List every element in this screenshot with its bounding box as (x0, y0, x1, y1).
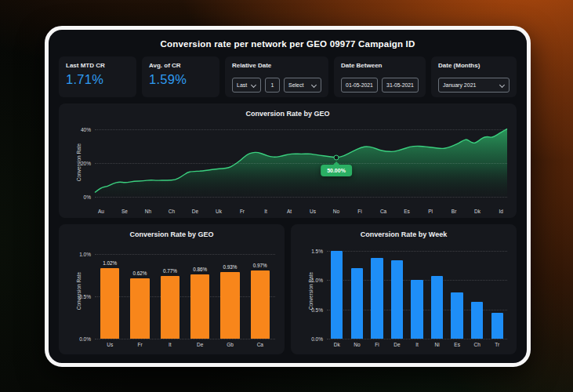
page-title: Conversion rate per network per GEO 0997… (160, 39, 415, 49)
bottom-charts-row: Conversion Rate by GEO Conversion Rate 0… (59, 224, 517, 354)
bar-chart-geo: Conversion Rate 0.0%0.5%1.0% 1.02%0.62%0… (68, 242, 275, 339)
x-axis-label: Se (121, 209, 128, 214)
x-axis-label: Fr (125, 339, 154, 350)
kpi-card-avg-cr: Avg. of CR 1.59% (142, 56, 219, 97)
bar[interactable] (491, 313, 503, 339)
bar-plot: 1.02%0.62%0.77%0.86%0.93%0.97% (95, 242, 275, 339)
bar-slots: 1.02%0.62%0.77%0.86%0.93%0.97% (95, 242, 275, 339)
date-start-input[interactable]: 01-05-2021 (341, 78, 378, 93)
bar-slot: 0.62% (125, 242, 154, 339)
x-axis-label: Gb (215, 339, 245, 350)
bar-slot: 1.02% (95, 242, 125, 339)
x-axis-label: Tr (488, 339, 508, 350)
title-bar: Conversion rate per network per GEO 0997… (59, 31, 517, 56)
x-axis-label: De (185, 339, 215, 350)
bar-slot (367, 242, 387, 339)
y-axis-tick: 40% (81, 127, 91, 132)
x-axis-label: Pl (428, 209, 433, 214)
bar-slot (467, 242, 488, 339)
area-chart: Conversion Rate 0%20%40% (68, 122, 507, 202)
bar[interactable] (411, 280, 422, 339)
x-axis-label: Nh (145, 209, 151, 214)
x-axis-label: Id (499, 209, 502, 214)
data-point-marker[interactable] (334, 154, 339, 160)
kpi-value: 1.59% (149, 72, 212, 87)
x-axis-labels: DkNoFiDeItNiEsChTr (300, 339, 507, 350)
bar-value-label: 0.77% (163, 268, 177, 274)
relative-date-number-input[interactable]: 1 (265, 78, 280, 93)
x-axis-label: No (333, 209, 339, 214)
bar-slot: 0.97% (245, 242, 275, 339)
x-axis-label: Ca (245, 339, 275, 350)
date-end-input[interactable]: 31-05-2021 (382, 78, 419, 93)
months-dropdown[interactable]: January 2021 (438, 78, 510, 93)
bar-chart-week: Conversion Rate 0.0%0.5%1.0%1.5% (300, 242, 507, 339)
bar-slot (488, 242, 508, 339)
x-axis-label: Dk (327, 339, 347, 350)
gridline (95, 197, 507, 198)
y-axis-title: Conversion Rate (76, 271, 82, 309)
bar[interactable] (391, 260, 403, 339)
y-axis-tick: 0.0% (79, 336, 91, 342)
bar[interactable] (130, 278, 150, 339)
y-axis: Conversion Rate 0.0%0.5%1.0% (68, 242, 95, 339)
bar[interactable] (161, 276, 180, 339)
y-axis-tick: 0.5% (79, 294, 91, 299)
x-axis-labels: UsFrItDeGbCa (68, 339, 275, 350)
x-axis-label: Fi (357, 209, 361, 214)
bar[interactable] (190, 274, 210, 339)
bar-value-label: 0.93% (223, 264, 238, 270)
x-axis-label: Us (310, 209, 316, 214)
x-axis-label: It (264, 209, 267, 214)
bar-slot (347, 242, 368, 339)
x-axis-labels: AuSeNhChDeUkFrItAtUsNoFiCaEsPlBrDkId (68, 202, 507, 214)
bar-slot: 0.86% (185, 242, 215, 339)
x-axis-label: Fr (240, 209, 245, 214)
gridline (95, 163, 507, 164)
filter-relative-date: Relative Date Last 1 Select (225, 56, 328, 97)
bar-slots (327, 242, 507, 339)
bar-value-label: 0.97% (253, 263, 267, 268)
relative-date-select-dropdown[interactable]: Select (284, 78, 321, 93)
x-axis-label: Ch (169, 209, 175, 214)
x-axis-label: Ni (427, 339, 448, 350)
x-axis-label: Dk (474, 209, 481, 214)
bar[interactable] (251, 270, 270, 339)
kpi-label: Avg. of CR (149, 62, 212, 69)
x-axis-label: Ch (467, 339, 488, 350)
date-between-controls: 01-05-2021 31-05-2021 (341, 78, 419, 93)
chart-tooltip: 50.00% (321, 165, 352, 176)
kpi-filter-row: Last MTD CR 1.71% Avg. of CR 1.59% Relat… (59, 56, 517, 97)
x-axis-label: Us (95, 339, 125, 350)
x-axis-label: Uk (216, 209, 222, 214)
bar-value-label: 0.62% (133, 270, 147, 276)
bar[interactable] (100, 268, 120, 339)
gridline (327, 339, 507, 339)
bar[interactable] (451, 292, 462, 339)
bar-value-label: 1.02% (103, 260, 117, 266)
bar[interactable] (431, 276, 443, 339)
filter-label: Date (Months) (438, 62, 510, 69)
y-axis-tick: 0% (84, 194, 91, 199)
filter-label: Date Between (341, 62, 419, 69)
x-axis-label: Ca (380, 209, 386, 214)
relative-date-unit-dropdown[interactable]: Last (232, 78, 261, 93)
bar[interactable] (351, 268, 363, 339)
x-axis-label: Au (98, 209, 104, 214)
y-axis-tick: 20% (81, 161, 91, 166)
bar-chart-geo-panel: Conversion Rate by GEO Conversion Rate 0… (59, 224, 285, 354)
bar[interactable] (220, 272, 240, 339)
dashboard-frame: Conversion rate per network per GEO 0997… (45, 26, 531, 367)
area-series (95, 122, 507, 202)
x-axis-label: Fi (367, 339, 387, 350)
bar-value-label: 0.86% (193, 267, 207, 272)
chevron-down-icon (252, 83, 256, 88)
gridline (95, 129, 507, 130)
bar[interactable] (471, 302, 483, 339)
x-axis-label: Br (452, 209, 457, 214)
x-axis-label: No (347, 339, 368, 350)
bar-slot (427, 242, 448, 339)
dashboard: Conversion rate per network per GEO 0997… (49, 30, 527, 363)
bar[interactable] (371, 258, 383, 339)
bar[interactable] (331, 251, 343, 339)
